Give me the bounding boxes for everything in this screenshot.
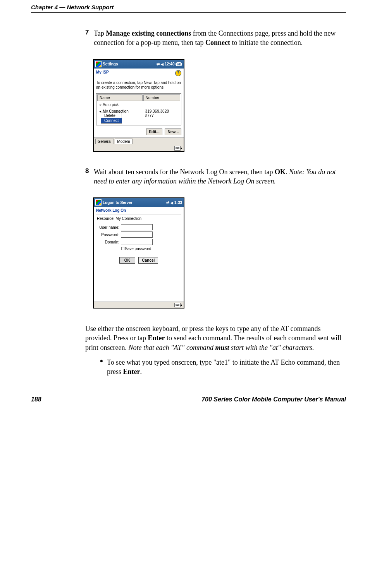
start-icon[interactable] [95, 61, 102, 67]
doc-title: 700 Series Color Mobile Computer User's … [201, 396, 346, 403]
phone-1: 319.369.3828 [145, 109, 178, 113]
my-isp-heading: My ISP [96, 70, 109, 76]
keyboard-icon[interactable]: ⌨ [174, 146, 181, 151]
titlebar-time: 12:40 [165, 62, 175, 66]
enter-label-2: Enter [123, 368, 140, 375]
table-row: My Connection Delete Connect 319.369.382… [97, 108, 180, 124]
ok-button[interactable]: OK [119, 257, 135, 264]
start-icon[interactable] [95, 199, 102, 206]
new-button[interactable]: New... [165, 129, 181, 135]
username-label: User name: [97, 225, 121, 230]
header-title: Network Support [67, 4, 114, 10]
connections-table: Name Number Auto pick My Connection Dele… [96, 93, 181, 125]
enter-label-1: Enter [148, 334, 165, 342]
titlebar-title: Logon to Server [103, 201, 133, 205]
page-number: 188 [31, 396, 41, 403]
hint-text: To create a connection, tap New. Tap and… [96, 81, 181, 90]
titlebar-title: Settings [103, 62, 118, 66]
menu-delete[interactable]: Delete [101, 113, 122, 118]
connectivity-icon[interactable] [157, 62, 160, 66]
bullet-icon: • [100, 358, 107, 377]
ok-button[interactable]: ok [176, 62, 182, 66]
tab-modem[interactable]: Modem [115, 139, 132, 144]
step-7-number: 7 [85, 29, 92, 36]
speaker-icon[interactable] [170, 201, 173, 205]
logon-screenshot: Logon to Server 1:33 Network Log On Reso… [93, 197, 184, 309]
chapter-label: Chapter 4 [31, 4, 58, 10]
menu-connect[interactable]: Connect [101, 118, 122, 123]
step-8-text: Wait about ten seconds for the Network L… [94, 167, 342, 186]
resource-value: My Connection [115, 216, 141, 221]
radio-unselected-icon[interactable] [99, 103, 103, 107]
savepw-checkbox[interactable] [121, 246, 125, 251]
ok-label: OK [275, 168, 286, 176]
domain-input[interactable] [121, 239, 153, 245]
network-logon-heading: Network Log On [96, 207, 181, 214]
header-rule [31, 12, 346, 13]
edit-button[interactable]: Edit... [146, 129, 162, 135]
step-7-text: Tap Manage existing connections from the… [94, 29, 342, 48]
col-number[interactable]: Number [143, 94, 180, 101]
connect-label: Connect [205, 39, 230, 46]
sip-arrow-icon[interactable]: ▴ [181, 146, 182, 150]
cancel-button[interactable]: Cancel [138, 257, 158, 264]
must-label: must [215, 344, 229, 351]
col-name[interactable]: Name [97, 94, 143, 101]
sip-arrow-icon[interactable]: ▴ [181, 303, 182, 307]
manage-existing-conn-label: Manage existing connections [106, 29, 191, 37]
header-dash: — [58, 4, 67, 10]
step-8-number: 8 [85, 167, 92, 175]
bullet-text: To see what you typed onscreen, type "at… [107, 358, 346, 377]
savepw-label: Save password [125, 247, 151, 251]
speaker-icon[interactable] [161, 62, 164, 66]
username-input[interactable] [121, 224, 153, 230]
resource-label: Resource: [97, 216, 115, 221]
titlebar-time: 1:33 [174, 201, 182, 205]
phone-2: #777 [145, 113, 178, 118]
connectivity-icon[interactable] [166, 201, 169, 205]
keyboard-icon[interactable]: ⌨ [174, 303, 181, 307]
password-input[interactable] [121, 231, 153, 238]
table-row: Auto pick [97, 102, 180, 108]
domain-label: Domain: [97, 240, 121, 244]
tab-general[interactable]: General [95, 139, 114, 144]
at-commands-para: Use either the onscreen keyboard, or pre… [85, 324, 346, 352]
help-icon[interactable]: ? [175, 70, 181, 76]
password-label: Password: [97, 233, 121, 237]
settings-screenshot: Settings 12:40 ok My ISP ? To create a c… [93, 59, 184, 152]
context-menu: Delete Connect [101, 113, 122, 123]
